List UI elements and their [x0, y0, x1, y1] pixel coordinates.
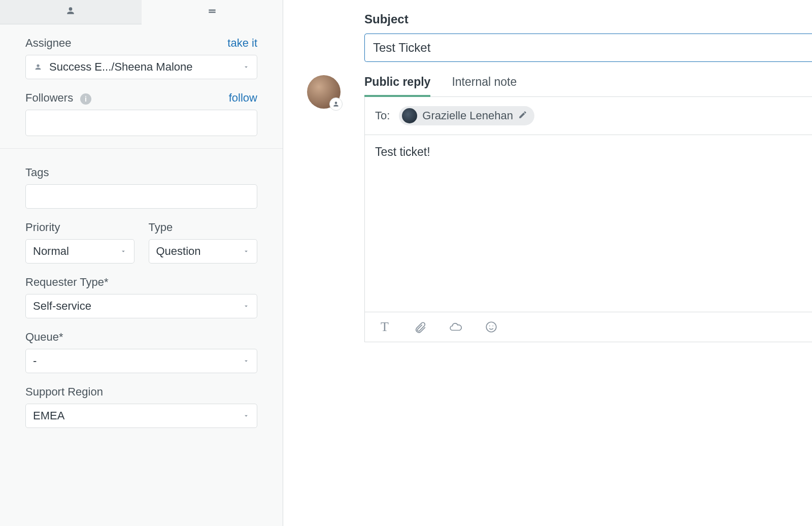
- requester-type-label: Requester Type*: [25, 276, 108, 289]
- tags-input[interactable]: [25, 184, 257, 209]
- support-region-label: Support Region: [25, 385, 103, 399]
- recipient-name: Grazielle Lenehan: [422, 109, 513, 122]
- tags-field: Tags: [25, 166, 257, 209]
- compose-toolbar: T: [364, 312, 812, 342]
- support-region-select[interactable]: EMEA: [25, 404, 257, 428]
- avatar-badge-icon: [329, 97, 343, 111]
- type-label: Type: [149, 221, 173, 234]
- recipient-avatar: [402, 108, 417, 123]
- chevron-down-icon: [243, 409, 250, 422]
- avatar-image: [307, 75, 341, 109]
- support-region-value: EMEA: [33, 409, 64, 422]
- sidebar: Assignee take it Success E.../Sheena Mal…: [0, 0, 283, 526]
- type-value: Question: [156, 245, 201, 258]
- main-area: Subject Test Ticket Public reply Interna…: [283, 0, 812, 526]
- queue-select[interactable]: -: [25, 349, 257, 373]
- subject-value: Test Ticket: [373, 41, 430, 55]
- requester-type-field: Requester Type* Self-service: [25, 276, 257, 318]
- subject-label: Subject: [364, 12, 812, 26]
- emoji-button[interactable]: [484, 319, 499, 335]
- text-format-button[interactable]: T: [377, 319, 392, 335]
- followers-label: Followers: [25, 91, 73, 104]
- priority-field: Priority Normal: [25, 221, 134, 264]
- assignee-user-icon: [33, 62, 43, 72]
- chevron-down-icon: [243, 300, 250, 313]
- queue-label: Queue*: [25, 331, 63, 344]
- chevron-down-icon: [120, 245, 127, 258]
- tab-user[interactable]: [0, 0, 142, 24]
- subject-input[interactable]: Test Ticket: [364, 34, 812, 62]
- take-it-link[interactable]: take it: [227, 37, 257, 50]
- priority-select[interactable]: Normal: [25, 239, 134, 264]
- chevron-down-icon: [243, 354, 250, 368]
- queue-field: Queue* -: [25, 331, 257, 373]
- queue-value: -: [33, 354, 37, 368]
- followers-input[interactable]: [25, 110, 257, 136]
- requester-type-select[interactable]: Self-service: [25, 294, 257, 318]
- tags-label: Tags: [25, 166, 49, 179]
- svg-point-3: [489, 325, 490, 326]
- assignee-select[interactable]: Success E.../Sheena Malone: [25, 55, 257, 79]
- assignee-value: Success E.../Sheena Malone: [49, 60, 193, 74]
- svg-point-4: [492, 325, 493, 326]
- reply-tabs: Public reply Internal note: [364, 75, 812, 97]
- user-icon: [65, 6, 76, 18]
- divider: [0, 148, 283, 149]
- reply-panel: Public reply Internal note To: Grazielle…: [364, 75, 812, 342]
- priority-label: Priority: [25, 221, 60, 234]
- attachment-button[interactable]: [413, 319, 428, 335]
- priority-value: Normal: [33, 245, 69, 258]
- assignee-label: Assignee: [25, 37, 72, 50]
- avatar: [283, 75, 364, 109]
- compose-text: Test ticket!: [375, 145, 430, 158]
- tab-public-reply[interactable]: Public reply: [364, 75, 430, 97]
- info-icon: i: [80, 93, 91, 105]
- to-row: To: Grazielle Lenehan: [364, 97, 812, 135]
- cloud-button[interactable]: [448, 319, 463, 335]
- sidebar-content: Assignee take it Success E.../Sheena Mal…: [0, 24, 283, 526]
- followers-field: Followers i follow: [25, 91, 257, 136]
- recipient-chip[interactable]: Grazielle Lenehan: [399, 106, 534, 125]
- ticket-icon: [207, 6, 217, 19]
- svg-rect-0: [209, 9, 215, 11]
- assignee-field: Assignee take it Success E.../Sheena Mal…: [25, 37, 257, 79]
- tab-internal-note[interactable]: Internal note: [452, 75, 517, 96]
- pencil-icon[interactable]: [518, 109, 527, 122]
- sidebar-tabs: [0, 0, 283, 24]
- type-select[interactable]: Question: [149, 239, 258, 264]
- follow-link[interactable]: follow: [229, 91, 257, 105]
- tab-ticket[interactable]: [142, 0, 283, 24]
- to-label: To:: [375, 109, 390, 122]
- chevron-down-icon: [243, 245, 250, 258]
- chevron-down-icon: [243, 60, 250, 74]
- type-field: Type Question: [149, 221, 258, 264]
- support-region-field: Support Region EMEA: [25, 385, 257, 428]
- compose-body[interactable]: Test ticket!: [364, 135, 812, 312]
- requester-type-value: Self-service: [33, 300, 91, 313]
- svg-rect-1: [209, 11, 215, 13]
- svg-point-2: [486, 322, 496, 332]
